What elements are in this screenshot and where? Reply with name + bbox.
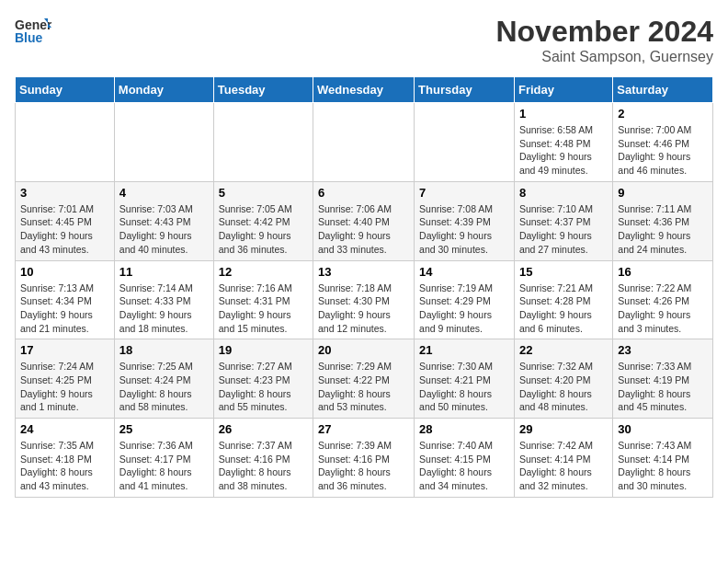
- calendar-cell: 20Sunrise: 7:29 AM Sunset: 4:22 PM Dayli…: [313, 339, 415, 419]
- calendar-cell: 24Sunrise: 7:35 AM Sunset: 4:18 PM Dayli…: [16, 419, 115, 498]
- day-number: 5: [219, 186, 308, 200]
- day-info: Sunrise: 7:42 AM Sunset: 4:14 PM Dayligh…: [519, 439, 608, 493]
- calendar-cell: 13Sunrise: 7:18 AM Sunset: 4:30 PM Dayli…: [313, 260, 415, 339]
- day-number: 17: [20, 343, 109, 357]
- logo-icon: General Blue: [15, 15, 51, 46]
- day-number: 12: [219, 265, 308, 279]
- calendar-cell: 27Sunrise: 7:39 AM Sunset: 4:16 PM Dayli…: [313, 419, 415, 498]
- day-info: Sunrise: 7:14 AM Sunset: 4:33 PM Dayligh…: [119, 282, 209, 336]
- calendar-cell: 29Sunrise: 7:42 AM Sunset: 4:14 PM Dayli…: [514, 419, 612, 498]
- day-number: 21: [419, 343, 509, 357]
- calendar-cell: 7Sunrise: 7:08 AM Sunset: 4:39 PM Daylig…: [415, 181, 515, 260]
- calendar-week-1: 3Sunrise: 7:01 AM Sunset: 4:45 PM Daylig…: [16, 181, 713, 260]
- day-number: 3: [20, 186, 109, 200]
- col-header-sunday: Sunday: [16, 77, 115, 103]
- calendar-cell: 15Sunrise: 7:21 AM Sunset: 4:28 PM Dayli…: [514, 260, 612, 339]
- calendar-cell: 23Sunrise: 7:33 AM Sunset: 4:19 PM Dayli…: [613, 339, 713, 419]
- day-info: Sunrise: 7:03 AM Sunset: 4:43 PM Dayligh…: [119, 202, 209, 257]
- day-number: 10: [20, 265, 109, 279]
- calendar-cell: 10Sunrise: 7:13 AM Sunset: 4:34 PM Dayli…: [16, 260, 115, 339]
- day-info: Sunrise: 7:33 AM Sunset: 4:19 PM Dayligh…: [618, 360, 708, 414]
- calendar-week-2: 10Sunrise: 7:13 AM Sunset: 4:34 PM Dayli…: [16, 260, 713, 339]
- calendar-cell: 18Sunrise: 7:25 AM Sunset: 4:24 PM Dayli…: [114, 339, 213, 419]
- day-number: 11: [119, 265, 209, 279]
- calendar-cell: [16, 103, 115, 182]
- calendar-week-4: 24Sunrise: 7:35 AM Sunset: 4:18 PM Dayli…: [16, 419, 713, 498]
- day-number: 16: [618, 265, 708, 279]
- day-info: Sunrise: 7:32 AM Sunset: 4:20 PM Dayligh…: [519, 360, 608, 414]
- col-header-tuesday: Tuesday: [213, 77, 313, 103]
- calendar-cell: 21Sunrise: 7:30 AM Sunset: 4:21 PM Dayli…: [415, 339, 515, 419]
- calendar-cell: 6Sunrise: 7:06 AM Sunset: 4:40 PM Daylig…: [313, 181, 415, 260]
- calendar-cell: 28Sunrise: 7:40 AM Sunset: 4:15 PM Dayli…: [415, 419, 515, 498]
- logo: General Blue: [15, 15, 51, 46]
- calendar-cell: [313, 103, 415, 182]
- day-info: Sunrise: 7:29 AM Sunset: 4:22 PM Dayligh…: [318, 360, 409, 414]
- calendar-cell: [415, 103, 515, 182]
- calendar-cell: 5Sunrise: 7:05 AM Sunset: 4:42 PM Daylig…: [213, 181, 313, 260]
- calendar-cell: [114, 103, 213, 182]
- col-header-wednesday: Wednesday: [313, 77, 415, 103]
- day-info: Sunrise: 7:10 AM Sunset: 4:37 PM Dayligh…: [519, 202, 608, 257]
- day-number: 20: [318, 343, 409, 357]
- calendar-header-row: SundayMondayTuesdayWednesdayThursdayFrid…: [16, 77, 713, 103]
- day-info: Sunrise: 7:27 AM Sunset: 4:23 PM Dayligh…: [219, 360, 308, 414]
- day-number: 23: [618, 343, 708, 357]
- day-number: 24: [20, 422, 109, 436]
- calendar-cell: [213, 103, 313, 182]
- calendar-cell: 2Sunrise: 7:00 AM Sunset: 4:46 PM Daylig…: [613, 103, 713, 182]
- day-number: 27: [318, 422, 409, 436]
- col-header-saturday: Saturday: [613, 77, 713, 103]
- day-info: Sunrise: 7:25 AM Sunset: 4:24 PM Dayligh…: [119, 360, 209, 414]
- day-number: 14: [419, 265, 509, 279]
- day-info: Sunrise: 7:39 AM Sunset: 4:16 PM Dayligh…: [318, 439, 409, 493]
- calendar-cell: 9Sunrise: 7:11 AM Sunset: 4:36 PM Daylig…: [613, 181, 713, 260]
- day-info: Sunrise: 7:21 AM Sunset: 4:28 PM Dayligh…: [519, 282, 608, 336]
- day-info: Sunrise: 7:16 AM Sunset: 4:31 PM Dayligh…: [219, 282, 308, 336]
- day-info: Sunrise: 7:18 AM Sunset: 4:30 PM Dayligh…: [318, 282, 409, 336]
- calendar-cell: 1Sunrise: 6:58 AM Sunset: 4:48 PM Daylig…: [514, 103, 612, 182]
- calendar-cell: 19Sunrise: 7:27 AM Sunset: 4:23 PM Dayli…: [213, 339, 313, 419]
- day-number: 19: [219, 343, 308, 357]
- day-number: 4: [119, 186, 209, 200]
- day-number: 25: [119, 422, 209, 436]
- day-info: Sunrise: 7:13 AM Sunset: 4:34 PM Dayligh…: [20, 282, 109, 336]
- day-number: 18: [119, 343, 209, 357]
- calendar-week-3: 17Sunrise: 7:24 AM Sunset: 4:25 PM Dayli…: [16, 339, 713, 419]
- day-info: Sunrise: 7:00 AM Sunset: 4:46 PM Dayligh…: [618, 123, 708, 178]
- day-number: 2: [618, 107, 708, 121]
- calendar-cell: 12Sunrise: 7:16 AM Sunset: 4:31 PM Dayli…: [213, 260, 313, 339]
- title-area: November 2024 Saint Sampson, Guernsey: [495, 15, 713, 65]
- col-header-monday: Monday: [114, 77, 213, 103]
- calendar-cell: 16Sunrise: 7:22 AM Sunset: 4:26 PM Dayli…: [613, 260, 713, 339]
- day-info: Sunrise: 7:35 AM Sunset: 4:18 PM Dayligh…: [20, 439, 109, 493]
- calendar-cell: 26Sunrise: 7:37 AM Sunset: 4:16 PM Dayli…: [213, 419, 313, 498]
- day-info: Sunrise: 7:37 AM Sunset: 4:16 PM Dayligh…: [219, 439, 308, 493]
- calendar-cell: 30Sunrise: 7:43 AM Sunset: 4:14 PM Dayli…: [613, 419, 713, 498]
- day-number: 7: [419, 186, 509, 200]
- calendar-week-0: 1Sunrise: 6:58 AM Sunset: 4:48 PM Daylig…: [16, 103, 713, 182]
- day-number: 6: [318, 186, 409, 200]
- day-number: 13: [318, 265, 409, 279]
- day-info: Sunrise: 7:01 AM Sunset: 4:45 PM Dayligh…: [20, 202, 109, 257]
- calendar-table: SundayMondayTuesdayWednesdayThursdayFrid…: [15, 76, 713, 498]
- calendar-cell: 14Sunrise: 7:19 AM Sunset: 4:29 PM Dayli…: [415, 260, 515, 339]
- day-info: Sunrise: 7:06 AM Sunset: 4:40 PM Dayligh…: [318, 202, 409, 257]
- calendar-cell: 4Sunrise: 7:03 AM Sunset: 4:43 PM Daylig…: [114, 181, 213, 260]
- day-info: Sunrise: 7:11 AM Sunset: 4:36 PM Dayligh…: [618, 202, 708, 257]
- col-header-thursday: Thursday: [415, 77, 515, 103]
- day-number: 1: [519, 107, 608, 121]
- calendar-cell: 17Sunrise: 7:24 AM Sunset: 4:25 PM Dayli…: [16, 339, 115, 419]
- day-info: Sunrise: 7:24 AM Sunset: 4:25 PM Dayligh…: [20, 360, 109, 414]
- day-number: 9: [618, 186, 708, 200]
- calendar-cell: 11Sunrise: 7:14 AM Sunset: 4:33 PM Dayli…: [114, 260, 213, 339]
- day-number: 8: [519, 186, 608, 200]
- svg-text:Blue: Blue: [15, 30, 43, 45]
- calendar-cell: 22Sunrise: 7:32 AM Sunset: 4:20 PM Dayli…: [514, 339, 612, 419]
- day-info: Sunrise: 7:19 AM Sunset: 4:29 PM Dayligh…: [419, 282, 509, 336]
- calendar-cell: 3Sunrise: 7:01 AM Sunset: 4:45 PM Daylig…: [16, 181, 115, 260]
- day-number: 26: [219, 422, 308, 436]
- day-number: 22: [519, 343, 608, 357]
- day-info: Sunrise: 7:43 AM Sunset: 4:14 PM Dayligh…: [618, 439, 708, 493]
- day-info: Sunrise: 7:08 AM Sunset: 4:39 PM Dayligh…: [419, 202, 509, 257]
